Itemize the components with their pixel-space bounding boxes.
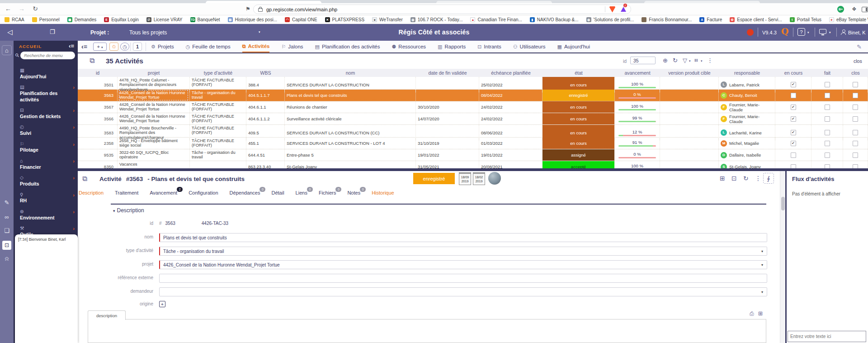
tab-jalons[interactable]: ⚐Jalons (281, 41, 303, 52)
table-row-3567[interactable]: 35674426_Conseil de la Nation Huronne We… (78, 101, 868, 113)
detail-tab-liens[interactable]: Liens0 (296, 190, 307, 195)
origine-add-button[interactable]: + (159, 301, 165, 307)
detail-tab-historique[interactable]: Historique (372, 190, 394, 195)
demandeur-field[interactable] (159, 287, 767, 296)
checkbox-fait[interactable] (825, 93, 830, 98)
checkbox-en-cours[interactable] (791, 93, 796, 98)
sidebar-item-financier[interactable]: ⌂Financier› (14, 156, 78, 172)
sidebar-item-planification-des-activit-s[interactable]: ▤Planification des activités› (14, 82, 78, 105)
bookmark-nakivo-backup[interactable]: ▮NAKIVO Backup &... (530, 17, 579, 22)
help-button[interactable]: ? (797, 28, 805, 36)
table-row-3501[interactable]: 35014478_HQ_Poste Calumet - Remplacement… (78, 77, 868, 90)
brush-icon[interactable]: ✎ (0, 199, 14, 206)
extensions-puzzle-icon[interactable]: ❖ (852, 6, 857, 12)
bookmark-solutions-de-profil[interactable]: ◍'Solutions de profil... (586, 17, 634, 22)
tab-activit-s[interactable]: ⧉Activités (242, 41, 270, 52)
url-text[interactable]: gp.regiscote.com/view/main.php (266, 7, 337, 12)
user-icon[interactable] (841, 29, 846, 35)
bookmark-wetransfer[interactable]: ●WeTransfer (372, 17, 403, 22)
chevron-down-icon[interactable]: ▾ (807, 31, 809, 34)
table-row-3563[interactable]: 35634426_Conseil de la Nation Huronne We… (78, 90, 868, 101)
column-header-version-produit-cible[interactable]: version produit cible (660, 70, 719, 76)
bookmark-flag-icon[interactable]: ⚑ (245, 6, 250, 12)
detail-tab-d-pendances[interactable]: Dépendances0 (230, 190, 260, 195)
feed-text-input[interactable] (788, 331, 866, 342)
sidebar-item-produits[interactable]: ◇Produits› (14, 172, 78, 189)
refresh-icon[interactable]: ↻ (673, 57, 678, 64)
column-header-responsable[interactable]: responsable (719, 70, 775, 76)
checkbox-en-cours[interactable] (791, 82, 796, 87)
bookmark-capital-one[interactable]: ◠Capital ONE (285, 17, 317, 22)
sidebar-collapse-icon[interactable]: ‹≡ (69, 43, 74, 49)
brave-shield-icon[interactable] (609, 6, 615, 13)
table-row-3566[interactable]: 35664426_Conseil de la Nation Huronne We… (78, 113, 868, 125)
checkbox-en-cours[interactable] (791, 141, 796, 146)
panel-icon[interactable]: ⊡ (2, 241, 11, 250)
column-header-tat[interactable]: état (542, 70, 615, 76)
filter-icon[interactable]: ▽ (683, 57, 687, 64)
column-header-nom[interactable]: nom (285, 70, 416, 76)
edit-pencil-icon[interactable]: ✎ (857, 43, 862, 50)
table-row-2358[interactable]: 23582658_HQ - Enveloppe bâtiment siège s… (78, 138, 868, 149)
id-filter-input[interactable] (630, 57, 656, 64)
menu-search-input[interactable] (20, 52, 75, 59)
browser-tab-strip[interactable] (0, 0, 868, 3)
collapse-menu-icon[interactable]: ‹≡ (81, 43, 87, 50)
bookmark-license-vray[interactable]: ∅License VRAY (146, 17, 183, 22)
avatar[interactable] (488, 172, 501, 185)
add-record-icon[interactable]: ⊕ (663, 57, 668, 64)
checkbox-fait[interactable] (825, 116, 830, 122)
column-header-wbs[interactable]: WBS (246, 70, 285, 76)
chevron-down-icon[interactable]: ▾ (689, 59, 691, 63)
bookmark-demandes[interactable]: ▦Demandes (67, 17, 96, 22)
checkbox-clos[interactable] (853, 130, 858, 135)
profile-badge-icon[interactable]: B+ (837, 6, 844, 13)
column-header-projet[interactable]: projet (118, 70, 190, 76)
grid-icon[interactable]: ⊞ (758, 310, 762, 317)
checkbox-en-cours[interactable] (791, 152, 796, 158)
checkbox-en-cours[interactable] (791, 116, 796, 122)
checkbox-fait[interactable] (825, 82, 830, 87)
page-number[interactable]: 1 (133, 43, 142, 51)
checkbox-en-cours[interactable] (791, 130, 796, 135)
bookmark-banquenet[interactable]: TDBanqueNet (190, 17, 220, 22)
display-icon[interactable] (819, 29, 826, 34)
detail-tab-notes[interactable]: Notes0 (347, 190, 360, 195)
description-tab[interactable]: description (88, 310, 126, 320)
bookmark-equifax-login[interactable]: EEquifax Login (104, 17, 139, 22)
add-record-icon[interactable]: ⊞ (720, 175, 725, 182)
tab-utilisateurs[interactable]: ⚇Utilisateurs (513, 41, 546, 52)
folder-icon[interactable]: ❏ (0, 227, 14, 234)
column-header-date-de-fin-valid-e[interactable]: date de fin validée (416, 70, 479, 76)
checkbox-clos[interactable] (853, 141, 858, 146)
bookmark-espace-client-servi[interactable]: ✿Espace client - Servi... (730, 17, 782, 22)
bookmark-ebay-template-wiz[interactable]: eeBay Template Wiz... (829, 17, 868, 22)
scrollbar-thumb[interactable] (781, 197, 785, 210)
bookmark-106-7-rock-today[interactable]: ◍106.7 ROCK - Today... (410, 17, 463, 22)
bookmark-francis-bonnamour[interactable]: Francis Bonnamour... (642, 17, 692, 22)
detail-tab-fichiers[interactable]: Fichiers0 (319, 190, 336, 195)
checkbox-fait[interactable] (825, 130, 830, 135)
projet-field[interactable] (159, 260, 767, 269)
column-header-en-cours[interactable]: en cours (775, 70, 811, 76)
side-panel-icon[interactable] (862, 7, 868, 12)
chevron-down-icon[interactable]: ▾ (761, 263, 763, 267)
columns-icon[interactable]: ☰ (694, 58, 698, 61)
browser-forward-icon[interactable]: → (17, 5, 26, 12)
type-activite-field[interactable] (159, 247, 767, 256)
description-textarea[interactable] (88, 319, 766, 343)
favorite-view-icon[interactable]: ✩ (109, 43, 118, 51)
checkbox-fait[interactable] (825, 105, 830, 110)
tab-rapports[interactable]: ▥Rapports (438, 41, 466, 52)
checkbox-en-cours[interactable] (791, 105, 796, 110)
reference-externe-field[interactable] (159, 274, 767, 283)
bell-icon[interactable]: ⍾ (0, 255, 14, 262)
checkbox-clos[interactable] (853, 93, 858, 98)
bookmark-rcaa[interactable]: RCAA (5, 17, 24, 22)
browser-back-icon[interactable]: ← (4, 5, 13, 12)
checkbox-clos[interactable] (853, 116, 858, 122)
checkbox-fait[interactable] (825, 141, 830, 146)
user-name[interactable]: Binet, K (848, 30, 866, 35)
tab-intrants[interactable]: ⊡Intrants (477, 41, 501, 52)
detail-tab-traitement[interactable]: Traitement (115, 190, 138, 195)
